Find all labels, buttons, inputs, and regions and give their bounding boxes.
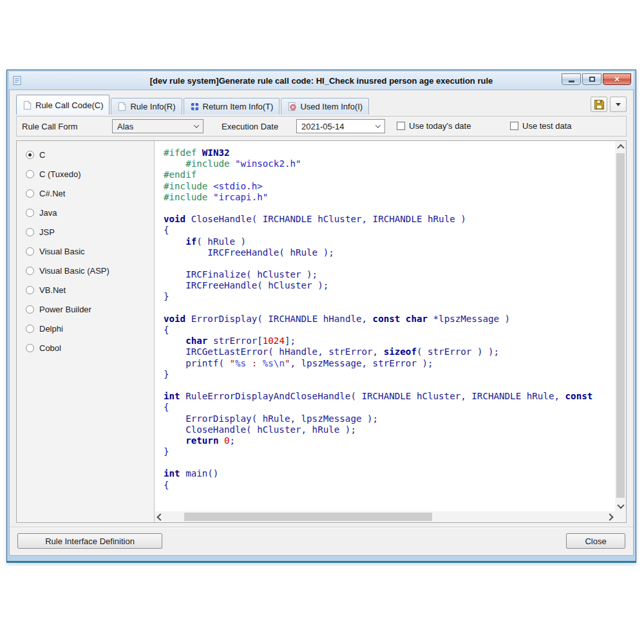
close-icon: ✕ (614, 75, 620, 84)
tab-rule-info[interactable]: Rule Info(R) (111, 98, 182, 115)
tab-label: Rule Call Code(C) (35, 100, 103, 110)
tab-list: Rule Call Code(C)Rule Info(R)Return Item… (16, 95, 370, 115)
document-icon (117, 102, 127, 111)
radio-icon (26, 170, 34, 178)
chevron-down-icon (194, 122, 199, 128)
code-line (164, 258, 615, 269)
scroll-up-button[interactable] (615, 141, 626, 152)
window-controls: ✕ (562, 73, 631, 85)
language-list: CC (Tuxedo)C#.NetJavaJSPVisual BasicVisu… (17, 141, 155, 522)
language-option-cobol[interactable]: Cobol (26, 343, 154, 353)
rule-call-form-select[interactable]: Alas (112, 119, 204, 133)
language-option-c-net[interactable]: C#.Net (26, 189, 154, 198)
chevron-down-icon (616, 103, 621, 109)
code-line: } (164, 369, 615, 380)
code-line: #ifdef WIN32 (164, 147, 615, 158)
main-area: CC (Tuxedo)C#.NetJavaJSPVisual BasicVisu… (16, 140, 627, 523)
language-option-label: Cobol (39, 343, 61, 353)
code-line: IRCFinalize( hCluster ); (164, 269, 615, 280)
radio-icon (26, 228, 34, 236)
code-line: #include "ircapi.h" (164, 192, 615, 203)
code-line: void ErrorDisplay( IRCHANDLE hHandle, co… (164, 314, 615, 325)
dialog-window: [dev rule system]Generate rule call code… (6, 70, 636, 563)
window-title: [dev rule system]Generate rule call code… (9, 76, 634, 86)
tab-return-item-info[interactable]: Return Item Info(T) (184, 98, 280, 115)
language-option-power-builder[interactable]: Power Builder (26, 305, 154, 314)
tab-bar: Rule Call Code(C)Rule Info(R)Return Item… (10, 90, 633, 115)
maximize-icon (589, 77, 595, 82)
language-option-c[interactable]: C (26, 150, 154, 160)
tab-bar-actions (591, 97, 627, 112)
vertical-scrollbar[interactable] (615, 141, 626, 511)
radio-icon (26, 305, 34, 314)
save-button[interactable] (591, 97, 607, 112)
language-option-label: C (39, 150, 45, 160)
radio-icon (26, 151, 34, 159)
code-line: IRCGetLastError( hHandle, strError, size… (164, 346, 615, 357)
scroll-down-button[interactable] (615, 500, 626, 511)
radio-icon (26, 247, 34, 256)
maximize-button[interactable] (582, 73, 601, 85)
titlebar[interactable]: [dev rule system]Generate rule call code… (9, 71, 634, 90)
use-test-data-checkbox[interactable]: Use test data (510, 121, 572, 131)
rule-call-form-value: Alas (117, 122, 133, 131)
record-icon (287, 102, 297, 111)
code-line: #endif (164, 169, 615, 180)
document-icon (23, 100, 32, 110)
rule-interface-definition-button[interactable]: Rule Interface Definition (17, 533, 162, 549)
scroll-left-button[interactable] (155, 511, 166, 522)
radio-icon (26, 189, 34, 198)
code-line: ErrorDisplay( hRule, lpszMessage ); (164, 413, 615, 424)
use-todays-date-checkbox[interactable]: Use today's date (397, 121, 471, 131)
tab-label: Rule Info(R) (130, 102, 175, 111)
code-line: if( hRule ) (164, 236, 615, 247)
footer-bar: Rule Interface Definition Close (10, 527, 633, 555)
minimize-button[interactable] (562, 73, 581, 85)
language-option-java[interactable]: Java (26, 208, 154, 218)
code-content[interactable]: #ifdef WIN32 #include "winsock2.h"#endif… (155, 141, 615, 511)
execution-date-label: Execution Date (222, 122, 278, 131)
language-option-jsp[interactable]: JSP (26, 227, 154, 237)
radio-icon (26, 325, 34, 333)
scroll-right-button[interactable] (604, 511, 615, 522)
code-line (164, 203, 615, 214)
use-todays-date-label: Use today's date (409, 121, 471, 131)
close-button[interactable]: Close (566, 533, 625, 549)
rule-call-form-label: Rule Call Form (22, 122, 78, 131)
chevron-up-icon (617, 144, 624, 151)
code-line: { (164, 225, 615, 236)
execution-date-value: 2021-05-14 (301, 122, 345, 131)
save-options-dropdown-button[interactable] (610, 97, 627, 112)
vertical-scroll-thumb[interactable] (616, 153, 625, 498)
chevron-down-icon (375, 122, 381, 128)
chevron-down-icon (617, 501, 624, 508)
close-window-button[interactable]: ✕ (603, 73, 631, 85)
code-line: printf( "%s : %s\n", lpszMessage, strErr… (164, 358, 615, 369)
execution-date-select[interactable]: 2021-05-14 (296, 119, 385, 133)
code-line: int main() (164, 468, 615, 479)
language-option-label: C#.Net (39, 189, 65, 198)
horizontal-scrollbar[interactable] (155, 511, 615, 522)
code-line: int RuleErrorDisplayAndCloseHandle( IRCH… (164, 391, 615, 402)
save-icon (594, 99, 605, 110)
language-option-visual-basic-asp[interactable]: Visual Basic (ASP) (26, 266, 154, 276)
code-line: #include "winsock2.h" (164, 158, 615, 169)
radio-icon (26, 267, 34, 275)
code-line (164, 303, 615, 314)
language-option-label: Visual Basic (ASP) (39, 266, 109, 276)
grid-icon (190, 102, 200, 111)
tab-rule-call-code[interactable]: Rule Call Code(C) (16, 95, 109, 115)
dialog-client-area: Rule Call Code(C)Rule Info(R)Return Item… (9, 90, 634, 556)
horizontal-scroll-thumb[interactable] (184, 513, 432, 521)
code-line: IRCFreeHandle( hCluster ); (164, 280, 615, 291)
tab-used-item-info[interactable]: Used Item Info(I) (281, 98, 369, 115)
language-option-label: VB.Net (39, 285, 66, 295)
scrollbar-corner (615, 511, 626, 522)
language-option-vb-net[interactable]: VB.Net (26, 285, 154, 295)
radio-icon (26, 286, 34, 294)
code-line: { (164, 480, 615, 491)
tab-label: Return Item Info(T) (203, 102, 274, 111)
language-option-delphi[interactable]: Delphi (26, 324, 154, 334)
language-option-c-tuxedo[interactable]: C (Tuxedo) (26, 169, 154, 179)
language-option-visual-basic[interactable]: Visual Basic (26, 247, 154, 256)
